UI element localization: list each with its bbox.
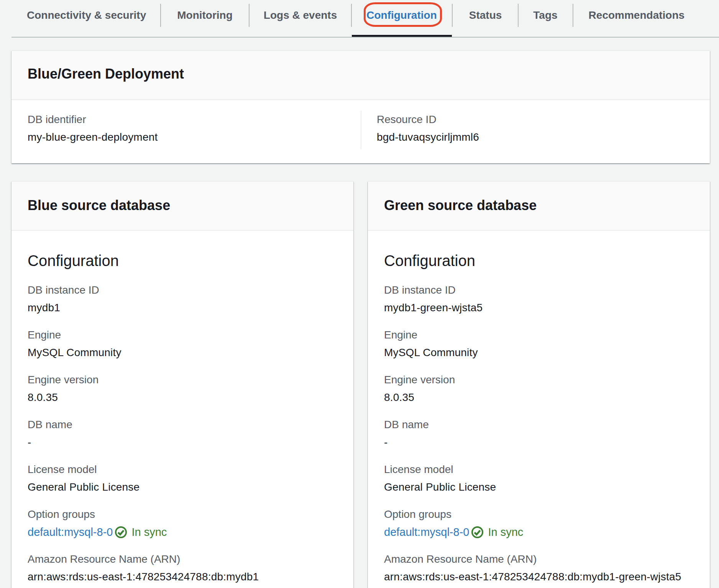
field-label: License model [384,461,694,478]
field-label: Option groups [28,506,337,523]
field-label: Engine version [384,371,694,388]
deployment-card-title: Blue/Green Deployment [28,66,694,82]
field-label: DB instance ID [28,282,337,299]
db-identifier-value: my-blue-green-deployment [28,129,345,146]
tab-recommendations[interactable]: Recommendations [573,0,700,31]
tab-label: Logs & events [264,9,337,21]
blue-card-content: Configuration DB instance ID mydb1 Engin… [11,231,353,588]
tab-tags[interactable]: Tags [519,0,572,31]
field-label: Engine [384,327,694,343]
deployment-resource-id-column: Resource ID bgd-tuvaqsycirljmml6 [361,111,710,146]
tab-logs-events[interactable]: Logs & events [250,0,351,31]
field-label: Engine [28,327,337,343]
field-value: General Public License [384,479,694,496]
green-engine-version-field: Engine version 8.0.35 [384,371,694,406]
blue-card-header: Blue source database [11,182,353,231]
tab-label: Configuration [366,9,437,21]
green-card-content: Configuration DB instance ID mydb1-green… [368,231,710,588]
blue-source-database-card: Blue source database Configuration DB in… [11,181,353,588]
green-license-model-field: License model General Public License [384,461,694,496]
blue-option-groups-value-row: default:mysql-8-0 In sync [28,524,337,540]
deployment-db-identifier-column: DB identifier my-blue-green-deployment [11,111,361,146]
field-value: arn:aws:rds:us-east-1:478253424788:db:my… [28,568,337,585]
status-positive-icon [115,526,127,538]
field-value: MySQL Community [28,344,337,361]
blue-db-instance-id-field: DB instance ID mydb1 [28,282,337,316]
field-value: MySQL Community [384,344,694,361]
blue-option-groups-field: Option groups default:mysql-8-0 In sync [28,506,337,540]
tab-bar: Connectivity & security Monitoring Logs … [11,0,719,38]
tab-label: Recommendations [589,9,685,21]
option-group-link[interactable]: default:mysql-8-0 [384,524,469,540]
status-positive-icon [471,526,483,538]
green-source-database-card: Green source database Configuration DB i… [368,181,710,588]
rds-configuration-page: { "colors": { "page_bg": "#f2f3f3", "tex… [0,0,719,588]
blue-configuration-section-title: Configuration [28,251,337,270]
tab-label: Connectivity & security [27,9,146,21]
blue-engine-version-field: Engine version 8.0.35 [28,371,337,406]
green-arn-field: Amazon Resource Name (ARN) arn:aws:rds:u… [384,551,694,585]
green-card-header: Green source database [368,182,710,231]
source-databases-grid: Blue source database Configuration DB in… [11,181,710,588]
db-identifier-label: DB identifier [28,111,345,128]
resource-id-label: Resource ID [377,111,694,128]
blue-engine-field: Engine MySQL Community [28,327,337,361]
field-value: General Public License [28,479,337,496]
deployment-card-header: Blue/Green Deployment [11,51,710,100]
option-group-sync-status: In sync [488,524,523,540]
blue-card-title: Blue source database [28,197,337,214]
field-label: Engine version [28,371,337,388]
green-engine-field: Engine MySQL Community [384,327,694,361]
green-db-name-field: DB name - [384,416,694,451]
green-card-title: Green source database [384,197,694,214]
blue-arn-field: Amazon Resource Name (ARN) arn:aws:rds:u… [28,551,337,585]
field-label: Option groups [384,506,694,523]
field-value: 8.0.35 [384,389,694,406]
green-option-groups-field: Option groups default:mysql-8-0 In sync [384,506,694,540]
resource-id-value: bgd-tuvaqsycirljmml6 [377,129,694,146]
deployment-columns-divider [361,111,361,149]
blue-db-name-field: DB name - [28,416,337,451]
tab-connectivity-security[interactable]: Connectivity & security [11,0,160,31]
tab-label: Tags [533,9,557,21]
tab-configuration[interactable]: Configuration [352,0,452,31]
field-value: - [384,434,694,451]
field-label: Amazon Resource Name (ARN) [384,551,694,568]
tab-monitoring[interactable]: Monitoring [161,0,249,31]
field-label: DB instance ID [384,282,694,299]
field-value: - [28,434,337,451]
tab-status[interactable]: Status [453,0,518,31]
deployment-card-content: DB identifier my-blue-green-deployment R… [11,100,710,163]
field-label: DB name [384,416,694,433]
green-option-groups-value-row: default:mysql-8-0 In sync [384,524,694,540]
field-label: Amazon Resource Name (ARN) [28,551,337,568]
green-configuration-section-title: Configuration [384,251,694,270]
field-label: License model [28,461,337,478]
tab-label: Monitoring [177,9,233,21]
field-value: arn:aws:rds:us-east-1:478253424788:db:my… [384,568,694,585]
field-value: 8.0.35 [28,389,337,406]
field-label: DB name [28,416,337,433]
blue-license-model-field: License model General Public License [28,461,337,496]
option-group-sync-status: In sync [131,524,167,540]
field-value: mydb1 [28,299,337,316]
field-value: mydb1-green-wjsta5 [384,299,694,316]
option-group-link[interactable]: default:mysql-8-0 [28,524,113,540]
deployment-summary-card: Blue/Green Deployment DB identifier my-b… [11,50,710,163]
tab-label: Status [469,9,502,21]
green-db-instance-id-field: DB instance ID mydb1-green-wjsta5 [384,282,694,316]
